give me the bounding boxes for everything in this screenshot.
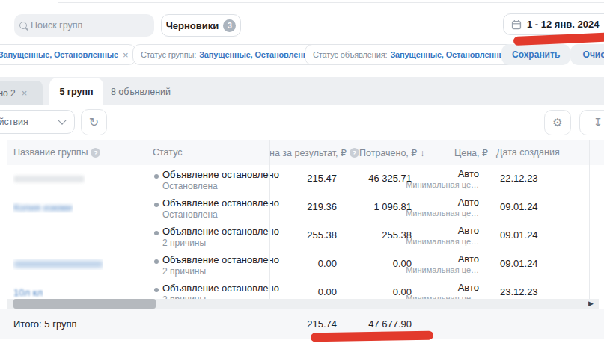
scroll-right-icon[interactable]: ▶ [588, 300, 594, 307]
group-name-link[interactable]: Копия изюми [13, 202, 73, 213]
refresh-icon: ↻ [89, 115, 99, 129]
refresh-button[interactable]: ↻ [81, 109, 107, 135]
status-text: Объявление остановлено [162, 254, 279, 265]
drafts-count-badge: 3 [223, 19, 236, 32]
price-type: Авто [458, 282, 479, 293]
help-icon[interactable]: ? [350, 148, 359, 158]
calendar-icon [511, 19, 522, 30]
tab-selected-count[interactable]: Выбрано 2 × [0, 81, 43, 105]
drafts-label: Черновики [166, 20, 219, 31]
filter-chip-label: Статус группы: [141, 50, 196, 59]
totals-spent: 47 677.90 [341, 318, 412, 330]
filter-chip-label: Статус объявления: [313, 50, 387, 59]
price-type: Авто [458, 197, 479, 208]
filter-chip-value: Запущенные, Остановленные [390, 50, 510, 59]
created-date: 22.12.23 [500, 173, 538, 184]
price-type: Авто [458, 253, 479, 265]
export-button[interactable]: ↧ [579, 110, 604, 135]
group-name-cell: Копия изюми [13, 202, 73, 213]
actions-dropdown[interactable]: Действия [0, 110, 75, 134]
column-header-status[interactable]: Статус [153, 147, 183, 158]
drafts-button[interactable]: Черновики 3 [161, 14, 241, 37]
status-dot-icon [154, 259, 159, 264]
cost-per-result-value: 219.36 [269, 201, 337, 212]
horizontal-scrollbar[interactable] [7, 299, 599, 309]
column-divider [269, 140, 270, 299]
price-cell: Авто Минимальная це… [404, 168, 479, 189]
spent-value: 1 096.81 [341, 201, 412, 212]
selected-count-label: Выбрано 2 [0, 88, 16, 99]
status-note: 2 причины [162, 266, 206, 277]
red-marker-annotation-totals [311, 331, 433, 342]
help-icon[interactable]: ? [91, 148, 100, 158]
totals-label: Итого: 5 групп [13, 318, 77, 330]
search-placeholder: Поиск групп [31, 20, 82, 31]
status-dot-icon [154, 288, 159, 292]
column-header-created[interactable]: Дата создания [496, 147, 560, 158]
save-filters-button[interactable]: Сохранить [501, 44, 570, 65]
group-name-cell: 10л кл [13, 287, 43, 298]
ads-manager-groups-screen: Поиск групп Черновики 3 1 - 12 янв. 2024… [0, 0, 604, 364]
scrollbar-thumb[interactable] [13, 299, 156, 309]
price-note: Минимальная це… [404, 237, 479, 246]
price-type: Авто [458, 225, 479, 236]
cost-per-result-value: 215.47 [269, 173, 337, 184]
price-note: Минимальная це… [404, 180, 479, 189]
search-input[interactable]: Поиск групп [14, 14, 154, 37]
group-name-cell [13, 259, 103, 270]
status-dot-icon [154, 203, 159, 207]
tab-ads[interactable]: 8 объявлений [105, 78, 177, 105]
spent-value: 0.00 [341, 286, 412, 297]
search-icon [19, 22, 27, 29]
cost-per-result-value: 255.38 [269, 229, 337, 241]
column-header-spent[interactable]: Потрачено, ₽ ↓ [359, 147, 424, 158]
status-dot-icon [154, 231, 159, 235]
created-date: 09.01.24 [500, 201, 538, 212]
status-note: Остановлена [162, 209, 218, 220]
status-text: Объявление остановлено [162, 197, 279, 209]
created-date: 23.12.23 [500, 286, 538, 297]
status-note: 2 причины [162, 238, 206, 248]
close-icon[interactable]: × [123, 50, 128, 60]
tab-groups[interactable]: 5 групп [49, 78, 103, 105]
column-header-name[interactable]: Название группы ? [13, 147, 100, 158]
top-divider [58, 2, 604, 3]
settings-button[interactable]: ⚙ [544, 110, 571, 135]
column-header-price[interactable]: Цена, ₽ [454, 147, 488, 158]
table-header: Название группы ? Статус на за результат… [7, 140, 604, 165]
filter-chip-value: Запущенные, Остановленные [0, 50, 118, 59]
filter-chip-campaign-status[interactable]: Статус кампании: Запущенные, Остановленн… [0, 44, 136, 65]
date-range-button[interactable]: 1 - 12 янв. 2024 [503, 13, 604, 35]
filter-chip-value: Запущенные, Остановленные [199, 50, 319, 59]
redacted-group-name [13, 176, 85, 182]
clear-filters-button[interactable]: Очистить [570, 44, 604, 65]
column-header-cost-per-result[interactable]: на за результат, ₽ ? [269, 147, 359, 158]
price-cell: Авто Минимальная це… [404, 225, 479, 246]
cost-per-result-value: 0.00 [269, 286, 337, 297]
cost-per-result-value: 0.00 [269, 258, 337, 269]
close-icon[interactable]: × [22, 88, 28, 98]
filter-chip-ad-status[interactable]: Статус объявления: Запущенные, Остановле… [305, 44, 528, 65]
status-note: Остановлена [162, 181, 218, 191]
table-row: Объявление остановлено 2 причины 0.00 0.… [7, 250, 604, 280]
price-note: Минимальная це… [404, 209, 479, 218]
spent-value: 46 325.71 [341, 173, 412, 184]
status-dot-icon [154, 174, 159, 179]
totals-row: Итого: 5 групп 215.74 47 677.90 [0, 309, 604, 339]
redacted-group-name-link[interactable] [13, 261, 103, 268]
chevron-down-icon [58, 116, 66, 124]
group-name-cell [13, 173, 85, 185]
status-text: Объявление остановлено [162, 169, 279, 180]
price-cell: Авто Минимальная це… [404, 253, 479, 274]
status-text: Объявление остановлено [162, 226, 279, 237]
table-row: Объявление остановлено Остановлена 215.4… [7, 165, 604, 194]
price-type: Авто [458, 168, 479, 179]
status-text: Объявление остановлено [162, 283, 279, 294]
actions-label: Действия [0, 117, 28, 127]
gear-icon: ⚙ [552, 116, 562, 129]
price-note: Минимальная це… [404, 265, 479, 274]
table-row: Объявление остановлено 2 причины 255.38 … [7, 222, 604, 251]
sort-desc-icon: ↓ [420, 148, 424, 158]
group-name-link[interactable]: 10л кл [13, 287, 43, 298]
totals-cost-per-result: 215.74 [269, 318, 337, 330]
